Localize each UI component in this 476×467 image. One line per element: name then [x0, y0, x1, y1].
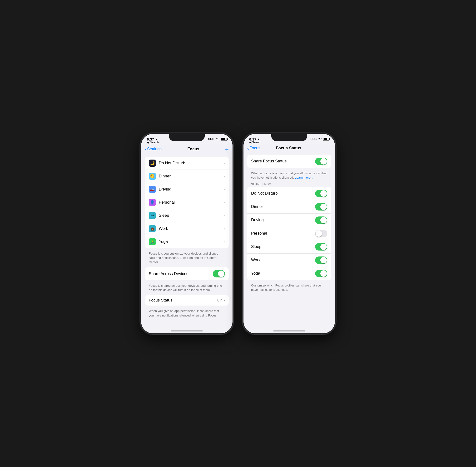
chevron-icon: › — [224, 200, 225, 205]
page-title: Focus — [187, 147, 199, 152]
home-indicator — [171, 330, 203, 332]
share-focus-text: When a Focus is on, apps that you allow … — [251, 171, 326, 179]
yoga-label: Yoga — [159, 239, 224, 244]
list-item[interactable]: 🚗 Driving › — [145, 183, 229, 196]
phone2-screen: 6:37 ▲ SOS ◀ Search ‹ Focus Foc — [243, 134, 335, 333]
back-button[interactable]: ‹ Focus — [247, 145, 260, 151]
focus-status-chevron: › — [224, 298, 225, 303]
share-from-list: Do Not Disturb Dinner Driving — [247, 187, 331, 280]
sleep-label: Sleep — [159, 213, 224, 218]
share-focus-description: When a Focus is on, apps that you allow … — [243, 170, 335, 182]
list-item[interactable]: 🌙 Do Not Disturb › — [145, 157, 229, 170]
focus-status-value[interactable]: On › — [217, 298, 225, 303]
sos-label: SOS — [311, 137, 316, 141]
personal-share-label: Personal — [251, 231, 267, 236]
work-share-label: Work — [251, 258, 260, 262]
focus-status-row[interactable]: Focus Status On › — [145, 295, 229, 306]
back-label: Focus — [250, 146, 260, 151]
driving-share-label: Driving — [251, 218, 264, 222]
share-description: Focus is shared across your devices, and… — [141, 282, 233, 295]
share-focus-status-row: Share Focus Status — [247, 155, 331, 168]
share-from-header: SHARE FROM — [243, 182, 335, 187]
phone-1: 6:37 ▲ SOS ◀ Search ‹ Settings — [140, 133, 233, 334]
do-not-disturb-share-row: Do Not Disturb — [247, 187, 331, 200]
focus-status-description: When you give an app permission, it can … — [141, 307, 233, 320]
work-share-toggle[interactable] — [315, 257, 327, 264]
battery-icon — [221, 138, 227, 141]
work-label: Work — [159, 226, 224, 231]
share-across-devices-row: Share Across Devices — [145, 267, 229, 280]
do-not-disturb-label: Do Not Disturb — [159, 161, 224, 166]
list-item[interactable]: 🏃 Yoga › — [145, 235, 229, 248]
back-chevron-icon: ‹ — [145, 146, 147, 152]
share-across-devices-toggle[interactable] — [213, 270, 225, 277]
focus-status-section: Focus Status On › — [145, 295, 229, 306]
location-icon: ▲ — [155, 138, 158, 141]
back-label: Settings — [147, 147, 162, 152]
sleep-share-row: Sleep — [247, 240, 331, 254]
chevron-icon: › — [224, 226, 225, 231]
add-button[interactable]: + — [225, 145, 229, 153]
back-button[interactable]: ‹ Settings — [145, 146, 162, 152]
notch — [169, 134, 205, 141]
content-area: 🌙 Do Not Disturb › 😊 Dinner › 🚗 Driving … — [141, 155, 233, 331]
driving-share-toggle[interactable] — [315, 217, 327, 224]
personal-share-toggle[interactable] — [315, 230, 327, 237]
driving-icon: 🚗 — [149, 186, 156, 193]
sleep-share-toggle[interactable] — [315, 243, 327, 250]
yoga-icon: 🏃 — [149, 238, 156, 245]
personal-share-row: Personal — [247, 227, 331, 240]
home-indicator — [273, 330, 305, 332]
yoga-share-row: Yoga — [247, 267, 331, 280]
do-not-disturb-share-label: Do Not Disturb — [251, 191, 277, 196]
work-share-row: Work — [247, 254, 331, 267]
share-focus-status-label: Share Focus Status — [251, 159, 287, 164]
chevron-icon: › — [224, 213, 225, 218]
content-area: Share Focus Status When a Focus is on, a… — [243, 153, 335, 329]
focus-list: 🌙 Do Not Disturb › 😊 Dinner › 🚗 Driving … — [145, 157, 229, 248]
dinner-label: Dinner — [159, 174, 224, 179]
notch — [271, 134, 307, 141]
list-item[interactable]: 😊 Dinner › — [145, 170, 229, 183]
wifi-icon — [318, 137, 322, 141]
focus-status-on: On — [217, 298, 223, 303]
dinner-share-row: Dinner — [247, 200, 331, 214]
personal-icon: 👤 — [149, 199, 156, 206]
back-chevron-icon: ‹ — [247, 145, 249, 151]
page-title: Focus Status — [276, 146, 301, 151]
do-not-disturb-icon: 🌙 — [149, 160, 156, 167]
dinner-icon: 😊 — [149, 173, 156, 180]
list-item[interactable]: 💼 Work › — [145, 222, 229, 235]
sos-label: SOS — [208, 137, 214, 141]
share-focus-status-section: Share Focus Status — [247, 155, 331, 168]
personal-label: Personal — [159, 200, 224, 205]
status-time: 6:37 — [249, 137, 256, 141]
chevron-icon: › — [224, 161, 225, 165]
chevron-icon: › — [224, 240, 225, 244]
phone1-screen: 6:37 ▲ SOS ◀ Search ‹ Settings — [141, 134, 233, 333]
work-icon: 💼 — [149, 225, 156, 232]
phone-2: 6:37 ▲ SOS ◀ Search ‹ Focus Foc — [243, 133, 336, 334]
dinner-share-toggle[interactable] — [315, 203, 327, 210]
footer-text: Customize which Focus profiles can share… — [243, 282, 335, 295]
learn-more-link[interactable]: Learn more... — [295, 176, 313, 179]
share-across-devices-label: Share Across Devices — [149, 272, 188, 276]
do-not-disturb-share-toggle[interactable] — [315, 190, 327, 197]
driving-share-row: Driving — [247, 214, 331, 227]
dinner-share-label: Dinner — [251, 204, 263, 209]
status-time: 6:37 — [147, 137, 154, 141]
list-item[interactable]: 👤 Personal › — [145, 196, 229, 209]
share-focus-status-toggle[interactable] — [315, 158, 327, 165]
list-item[interactable]: 🛏 Sleep › — [145, 209, 229, 222]
yoga-share-label: Yoga — [251, 271, 260, 276]
chevron-icon: › — [224, 174, 225, 178]
focus-status-label: Focus Status — [149, 298, 172, 303]
sleep-icon: 🛏 — [149, 212, 156, 219]
focus-description: Focus lets you customize your devices an… — [141, 250, 233, 267]
wifi-icon — [216, 137, 219, 141]
sleep-share-label: Sleep — [251, 244, 261, 249]
yoga-share-toggle[interactable] — [315, 270, 327, 277]
nav-bar: ‹ Focus Focus Status — [243, 144, 335, 153]
share-across-devices-section: Share Across Devices — [145, 267, 229, 280]
location-icon: ▲ — [257, 138, 260, 141]
